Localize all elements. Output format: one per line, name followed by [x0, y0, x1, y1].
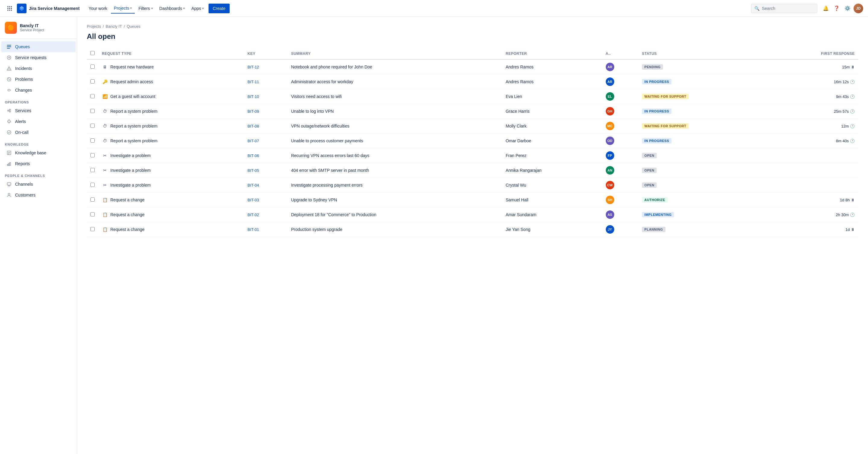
row-request-type: ✂ Investigate a problem — [98, 163, 244, 178]
request-type-icon: ⏱ — [102, 123, 108, 129]
assignee-avatar: OD — [606, 137, 614, 145]
status-badge: IN PROGRESS — [642, 109, 672, 114]
row-reporter: Samuel Hall — [502, 193, 602, 207]
sidebar-item-problems[interactable]: Problems — [1, 74, 76, 85]
service-requests-label: Service requests — [15, 55, 46, 60]
status-badge: PLANNING — [642, 227, 665, 232]
issue-key-link[interactable]: BIT-06 — [247, 153, 259, 158]
on-call-label: On-call — [15, 130, 28, 135]
row-checkbox[interactable] — [90, 168, 95, 172]
svg-rect-0 — [7, 6, 8, 7]
row-checkbox-cell — [87, 148, 98, 163]
sidebar-nav: Queues Service requests Incidents Proble… — [0, 39, 77, 203]
row-first-response — [764, 163, 858, 178]
apps-nav[interactable]: Apps ▾ — [188, 4, 207, 13]
sidebar-item-queues[interactable]: Queues — [1, 41, 76, 52]
row-status: IN PROGRESS — [638, 74, 764, 89]
sidebar-item-alerts[interactable]: Alerts — [1, 116, 76, 127]
issue-key-link[interactable]: BIT-02 — [247, 213, 259, 217]
assignee-avatar: SH — [606, 195, 614, 204]
sidebar-item-services[interactable]: Services — [1, 105, 76, 116]
row-checkbox[interactable] — [90, 79, 95, 84]
issue-key-link[interactable]: BIT-08 — [247, 124, 259, 128]
sidebar-item-service-requests[interactable]: Service requests — [1, 52, 76, 63]
svg-rect-7 — [9, 10, 10, 10]
settings-button[interactable]: ⚙️ — [843, 4, 852, 13]
row-summary: Upgrade to Sydney VPN — [287, 193, 502, 207]
issues-table: Request Type Key Summary Reporter A.. St… — [87, 48, 858, 237]
issue-key-link[interactable]: BIT-05 — [247, 168, 259, 173]
sidebar-item-incidents[interactable]: Incidents — [1, 63, 76, 74]
row-request-type: 🔑 Request admin access — [98, 74, 244, 89]
first-response-icon: 🕐 — [850, 213, 855, 217]
issue-key-link[interactable]: BIT-07 — [247, 139, 259, 143]
row-status: OPEN — [638, 148, 764, 163]
row-checkbox[interactable] — [90, 139, 95, 143]
row-checkbox[interactable] — [90, 227, 95, 231]
services-icon — [6, 108, 12, 114]
status-badge: WAITING FOR SUPPORT — [642, 94, 689, 99]
page-title: All open — [87, 32, 858, 41]
apps-grid-icon[interactable] — [5, 4, 14, 13]
table-row: ⏱ Report a system problem BIT-07 Unable … — [87, 133, 858, 148]
sidebar-item-changes[interactable]: Changes — [1, 85, 76, 96]
row-first-response — [764, 178, 858, 193]
svg-rect-2 — [11, 6, 12, 7]
row-checkbox[interactable] — [90, 198, 95, 202]
row-checkbox[interactable] — [90, 64, 95, 69]
projects-nav[interactable]: Projects ▾ — [111, 3, 135, 13]
row-checkbox[interactable] — [90, 109, 95, 113]
sidebar-item-on-call[interactable]: On-call — [1, 127, 76, 138]
first-response-icon: 🕐 — [850, 139, 855, 143]
project-info: Bancly IT Service Project — [20, 23, 44, 32]
row-checkbox[interactable] — [90, 153, 95, 157]
row-checkbox[interactable] — [90, 94, 95, 98]
help-button[interactable]: ❓ — [832, 4, 841, 13]
row-checkbox[interactable] — [90, 212, 95, 216]
row-request-type: ⏱ Report a system problem — [98, 119, 244, 133]
row-key: BIT-05 — [244, 163, 287, 178]
queues-label: Queues — [15, 44, 30, 49]
problems-label: Problems — [15, 77, 33, 82]
notifications-button[interactable]: 🔔 — [821, 4, 831, 13]
filters-nav[interactable]: Filters ▾ — [135, 4, 156, 13]
svg-rect-9 — [7, 45, 11, 46]
sidebar-item-customers[interactable]: Customers — [1, 190, 76, 201]
customers-label: Customers — [15, 193, 36, 198]
search-input[interactable] — [762, 6, 810, 11]
row-checkbox[interactable] — [90, 124, 95, 128]
app-logo[interactable]: Jira Service Management — [17, 4, 80, 13]
sidebar-item-knowledge-base[interactable]: Knowledge base — [1, 147, 76, 158]
row-first-response: 25m 57s 🕐 — [764, 104, 858, 119]
dashboards-nav[interactable]: Dashboards ▾ — [156, 4, 188, 13]
search-box[interactable]: 🔍 — [751, 4, 817, 13]
row-request-type: 📶 Get a guest wifi account — [98, 89, 244, 104]
issue-key-link[interactable]: BIT-03 — [247, 198, 259, 202]
select-all-checkbox[interactable] — [90, 51, 95, 55]
row-first-response: 1d 8h ⏸ — [764, 193, 858, 207]
issue-key-link[interactable]: BIT-04 — [247, 183, 259, 187]
row-checkbox-cell — [87, 222, 98, 237]
assignee-avatar: AS — [606, 210, 614, 219]
sidebar-item-channels[interactable]: Channels — [1, 179, 76, 190]
row-first-response — [764, 148, 858, 163]
issues-table-wrap: Request Type Key Summary Reporter A.. St… — [87, 48, 858, 237]
issue-key-link[interactable]: BIT-01 — [247, 227, 259, 232]
reports-label: Reports — [15, 161, 30, 166]
filters-chevron-icon: ▾ — [151, 7, 153, 10]
svg-point-19 — [7, 110, 9, 111]
request-type-label: Request a change — [110, 212, 145, 217]
row-first-response: 15m ⏸ — [764, 59, 858, 74]
issue-key-link[interactable]: BIT-12 — [247, 65, 259, 69]
issue-key-link[interactable]: BIT-10 — [247, 94, 259, 99]
user-avatar[interactable]: JD — [854, 4, 863, 13]
issue-key-link[interactable]: BIT-09 — [247, 109, 259, 114]
sidebar-item-reports[interactable]: Reports — [1, 158, 76, 169]
breadcrumb-bancly-it[interactable]: Bancly IT — [106, 24, 122, 29]
table-row: 📶 Get a guest wifi account BIT-10 Visito… — [87, 89, 858, 104]
row-checkbox[interactable] — [90, 183, 95, 187]
issue-key-link[interactable]: BIT-11 — [247, 80, 259, 84]
breadcrumb-projects[interactable]: Projects — [87, 24, 101, 29]
create-button[interactable]: Create — [209, 4, 230, 13]
your-work-nav[interactable]: Your work — [86, 4, 110, 13]
